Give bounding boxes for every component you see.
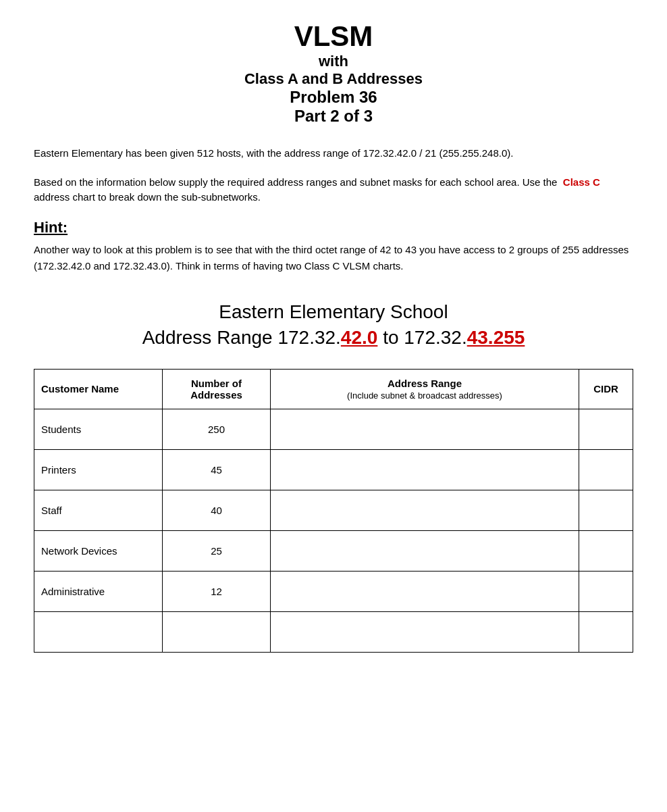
cell-cidr: [579, 449, 633, 490]
table-row: Printers45: [34, 449, 633, 490]
instruction-paragraph: Based on the information below supply th…: [34, 175, 633, 205]
table-row: [34, 611, 633, 652]
cell-customer-name: Students: [34, 409, 163, 449]
cell-address-range: [271, 530, 579, 571]
hint-section: Hint: Another way to look at this proble…: [34, 219, 633, 274]
cell-address-range: [271, 490, 579, 530]
cell-customer-name: Administrative: [34, 571, 163, 611]
class-c-label: Class C: [563, 176, 600, 188]
table-header-row: Customer Name Number of Addresses Addres…: [34, 369, 633, 409]
address-range-line: Address Range 172.32.42.0 to 172.32.43.2…: [34, 327, 633, 349]
cell-address-range: [271, 409, 579, 449]
cell-cidr: [579, 571, 633, 611]
cell-number-of-addresses: 250: [163, 409, 271, 449]
range-start: 42.0: [341, 327, 378, 348]
cell-address-range: [271, 571, 579, 611]
instruction-after-red: address chart to break down the sub-subn…: [34, 191, 261, 203]
problem-number: Problem 36: [34, 88, 633, 107]
cell-address-range: [271, 611, 579, 652]
cell-number-of-addresses: 25: [163, 530, 271, 571]
hint-text: Another way to look at this problem is t…: [34, 242, 633, 274]
hint-title: Hint:: [34, 219, 633, 236]
table-row: Students250: [34, 409, 633, 449]
cell-customer-name: Staff: [34, 490, 163, 530]
cell-customer-name: [34, 611, 163, 652]
main-title: VLSM: [34, 20, 633, 53]
table-row: Network Devices25: [34, 530, 633, 571]
address-range-prefix: Address Range 172.32.: [142, 327, 341, 348]
cell-cidr: [579, 611, 633, 652]
cell-number-of-addresses: 45: [163, 449, 271, 490]
cell-cidr: [579, 409, 633, 449]
header-cidr: CIDR: [579, 369, 633, 409]
cell-cidr: [579, 530, 633, 571]
header-address-range: Address Range (Include subnet & broadcas…: [271, 369, 579, 409]
cell-number-of-addresses: 12: [163, 571, 271, 611]
cell-customer-name: Printers: [34, 449, 163, 490]
cell-cidr: [579, 490, 633, 530]
part-number: Part 2 of 3: [34, 107, 633, 126]
cell-address-range: [271, 449, 579, 490]
instruction-before-red: Based on the information below supply th…: [34, 176, 557, 188]
subtitle-class: Class A and B Addresses: [34, 70, 633, 88]
table-row: Staff40: [34, 490, 633, 530]
range-middle: to 172.32.: [377, 327, 466, 348]
page-header: VLSM with Class A and B Addresses Proble…: [34, 20, 633, 126]
vlsm-table: Customer Name Number of Addresses Addres…: [34, 369, 633, 653]
intro-paragraph: Eastern Elementary has been given 512 ho…: [34, 146, 633, 161]
header-number-of-addresses: Number of Addresses: [163, 369, 271, 409]
school-name: Eastern Elementary School: [34, 301, 633, 323]
table-row: Administrative12: [34, 571, 633, 611]
cell-customer-name: Network Devices: [34, 530, 163, 571]
school-section: Eastern Elementary School Address Range …: [34, 301, 633, 349]
cell-number-of-addresses: [163, 611, 271, 652]
header-customer-name: Customer Name: [34, 369, 163, 409]
cell-number-of-addresses: 40: [163, 490, 271, 530]
header-address-range-sub: (Include subnet & broadcast addresses): [347, 390, 502, 401]
subtitle-with: with: [34, 53, 633, 70]
range-end: 43.255: [467, 327, 525, 348]
